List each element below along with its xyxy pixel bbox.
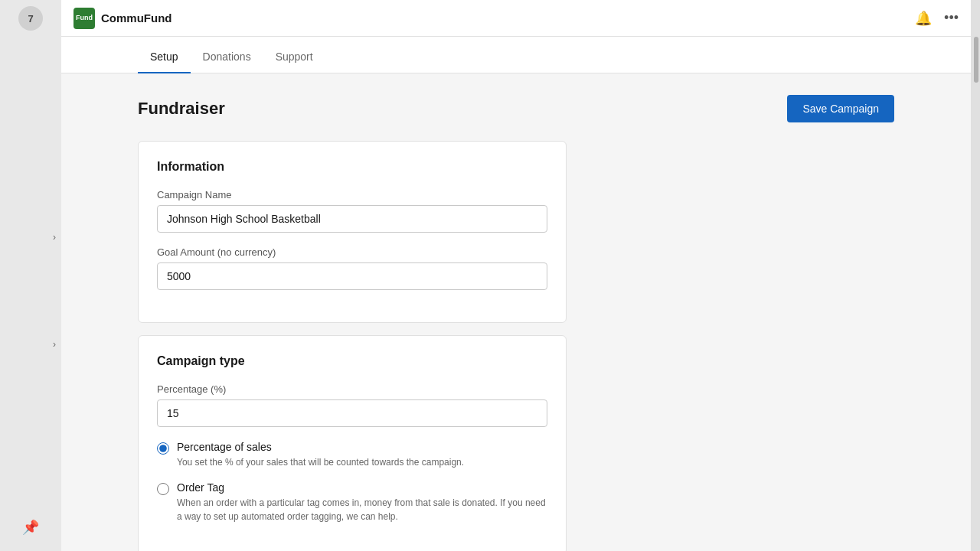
radio-order-tag-label: Order Tag xyxy=(177,481,547,494)
campaign-type-card: Campaign type Percentage (%) Percentage … xyxy=(138,335,567,551)
percentage-input[interactable] xyxy=(157,399,547,427)
radio-percentage-of-sales[interactable] xyxy=(157,442,169,455)
content-area: Fundraiser Save Campaign Information Cam… xyxy=(61,73,971,551)
campaign-name-label: Campaign Name xyxy=(157,189,547,201)
percentage-group: Percentage (%) xyxy=(157,383,547,427)
tab-support[interactable]: Support xyxy=(263,41,325,73)
notification-icon[interactable]: 🔔 xyxy=(915,10,932,27)
tab-setup[interactable]: Setup xyxy=(138,41,191,73)
scrollbar xyxy=(971,0,980,551)
page-title: Fundraiser xyxy=(138,99,225,119)
radio-percentage-desc: You set the % of your sales that will be… xyxy=(177,455,464,469)
main-area: Fund CommuFund 🔔 ••• Setup Donations Sup… xyxy=(61,0,971,551)
campaign-name-input[interactable] xyxy=(157,205,547,233)
sidebar-expand-top[interactable]: › xyxy=(47,230,62,245)
goal-amount-group: Goal Amount (no currency) xyxy=(157,246,547,290)
topbar-actions: 🔔 ••• xyxy=(915,10,959,27)
tabs-bar: Setup Donations Support xyxy=(61,37,971,73)
sidebar-pin-icon[interactable]: 📌 xyxy=(22,519,39,536)
information-card-title: Information xyxy=(157,160,547,174)
radio-percentage-label: Percentage of sales xyxy=(177,441,464,453)
radio-option-percentage: Percentage of sales You set the % of you… xyxy=(157,441,547,469)
page-header: Fundraiser Save Campaign xyxy=(138,95,894,122)
sidebar-expand-bottom[interactable]: › xyxy=(47,337,62,352)
radio-option-order-tag: Order Tag When an order with a particula… xyxy=(157,481,547,523)
radio-order-tag[interactable] xyxy=(157,483,169,495)
radio-order-tag-desc: When an order with a particular tag come… xyxy=(177,496,547,523)
campaign-name-group: Campaign Name xyxy=(157,189,547,233)
topbar: Fund CommuFund 🔔 ••• xyxy=(61,0,971,37)
tab-donations[interactable]: Donations xyxy=(191,41,263,73)
information-card: Information Campaign Name Goal Amount (n… xyxy=(138,141,567,323)
save-campaign-button[interactable]: Save Campaign xyxy=(787,95,894,122)
percentage-label: Percentage (%) xyxy=(157,383,547,395)
sidebar: 7 › › 📌 xyxy=(0,0,61,551)
sidebar-badge: 7 xyxy=(18,6,43,31)
goal-amount-input[interactable] xyxy=(157,262,547,290)
app-name: CommuFund xyxy=(101,11,172,24)
more-options-icon[interactable]: ••• xyxy=(944,10,959,26)
scrollbar-thumb[interactable] xyxy=(974,37,978,83)
campaign-type-title: Campaign type xyxy=(157,354,547,368)
logo-icon: Fund xyxy=(74,8,95,29)
logo-area: Fund CommuFund xyxy=(74,8,915,29)
goal-amount-label: Goal Amount (no currency) xyxy=(157,246,547,258)
